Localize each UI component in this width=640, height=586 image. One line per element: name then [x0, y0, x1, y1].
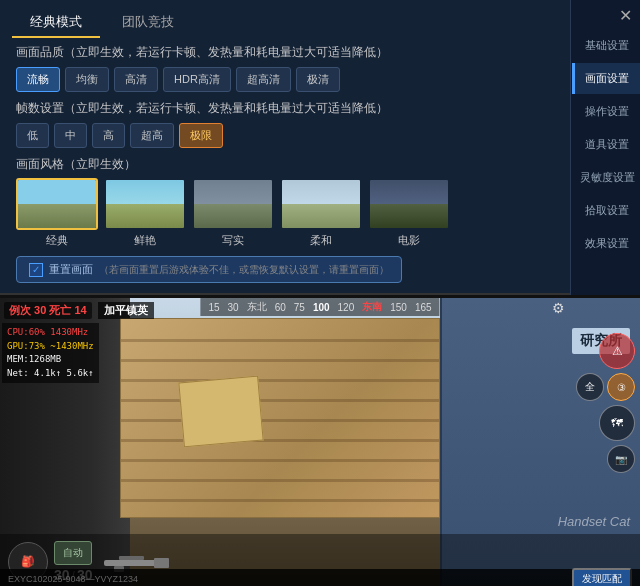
preset-soft-label: 柔和: [310, 233, 332, 248]
sidebar-item-controls[interactable]: 操作设置: [572, 96, 640, 127]
close-icon[interactable]: ✕: [619, 6, 632, 25]
preset-classic-label: 经典: [46, 233, 68, 248]
quality-max[interactable]: 极清: [296, 67, 340, 92]
stat-gpu: GPU:73% ~1430MHz: [7, 340, 94, 354]
style-presets: 经典 鲜艳 写实: [16, 178, 554, 248]
gear-icon[interactable]: ⚙: [552, 300, 565, 316]
compass-15: 15: [208, 302, 219, 313]
reset-checkbox: ✓: [29, 263, 43, 277]
preset-real-label: 写实: [222, 233, 244, 248]
stat-mem: MEM:1268MB: [7, 353, 94, 367]
sidebar-item-graphics[interactable]: 画面设置: [572, 63, 640, 94]
sidebar-item-pickup[interactable]: 拾取设置: [572, 195, 640, 226]
fps-extreme[interactable]: 极限: [179, 123, 223, 148]
reset-button[interactable]: ✓ 重置画面 （若画面重置后游戏体验不佳，或需恢复默认设置，请重置画面）: [16, 256, 402, 283]
auto-btn[interactable]: 自动: [54, 541, 92, 565]
fps-title: 帧数设置（立即生效，若运行卡顿、发热量和耗电量过大可适当降低）: [16, 100, 554, 117]
compass-100: 100: [313, 302, 330, 313]
hud-compass: 15 30 东北 60 75 100 120 东南 150 165: [200, 298, 439, 316]
preset-soft-thumb: [280, 178, 362, 230]
compass-75: 75: [294, 302, 305, 313]
svg-rect-1: [154, 558, 169, 568]
fps-options: 低 中 高 超高 极限: [16, 123, 554, 148]
tab-team[interactable]: 团队竞技: [104, 8, 192, 38]
sidebar-item-effects[interactable]: 效果设置: [572, 228, 640, 259]
quality-fluent[interactable]: 流畅: [16, 67, 60, 92]
hud-camera-btn[interactable]: 📷: [607, 445, 635, 473]
send-match-btn[interactable]: 发现匹配: [572, 568, 632, 586]
svg-rect-2: [119, 556, 144, 560]
hud-map-name: 加平镇英: [98, 302, 154, 319]
reset-label: 重置画面: [49, 262, 93, 277]
reset-note: （若画面重置后游戏体验不佳，或需恢复默认设置，请重置画面）: [99, 263, 389, 277]
hud-score: 例次 30 死亡 14: [4, 302, 92, 319]
settings-panel: 经典模式 团队竞技 ✕ 基础设置 画面设置 操作设置 道具设置 灵敏度设置 拾取…: [0, 0, 640, 295]
preset-fresh[interactable]: 鲜艳: [104, 178, 186, 248]
bottom-bar-right: 发现匹配: [572, 568, 632, 586]
preset-classic[interactable]: 经典: [16, 178, 98, 248]
watermark: Handset Cat: [558, 514, 630, 529]
bottom-bar: EXYC102025-9048—YVYZ1234 发现匹配: [0, 569, 640, 586]
fps-low[interactable]: 低: [16, 123, 49, 148]
preset-cinema-label: 电影: [398, 233, 420, 248]
style-title: 画面风格（立即生效）: [16, 156, 554, 173]
right-hud: ⚠ 全 ③ 🗺 📷: [576, 333, 635, 473]
tab-classic[interactable]: 经典模式: [12, 8, 100, 38]
sidebar-item-basic[interactable]: 基础设置: [572, 30, 640, 61]
stat-cpu: CPU:60% 1430MHz: [7, 326, 94, 340]
compass-southeast: 东南: [362, 300, 382, 314]
mode-tabs: 经典模式 团队竞技: [0, 0, 640, 38]
preset-cinema[interactable]: 电影: [368, 178, 450, 248]
quality-section: 画面品质（立即生效，若运行卡顿、发热量和耗电量过大可适当降低） 流畅 均衡 高清…: [16, 44, 554, 92]
preset-soft[interactable]: 柔和: [280, 178, 362, 248]
quality-hdr[interactable]: HDR高清: [163, 67, 231, 92]
preset-real-thumb: [192, 178, 274, 230]
stat-net: Net: 4.1k↑ 5.6k↑: [7, 367, 94, 381]
stats-panel: CPU:60% 1430MHz GPU:73% ~1430MHz MEM:126…: [2, 323, 99, 383]
preset-fresh-label: 鲜艳: [134, 233, 156, 248]
preset-fresh-thumb: [104, 178, 186, 230]
preset-classic-thumb: [16, 178, 98, 230]
compass-30: 30: [228, 302, 239, 313]
quality-ultra[interactable]: 超高清: [236, 67, 291, 92]
sidebar-item-props[interactable]: 道具设置: [572, 129, 640, 160]
quality-hd[interactable]: 高清: [114, 67, 158, 92]
fps-ultra[interactable]: 超高: [130, 123, 174, 148]
game-panel: 研究所 例次 30 死亡 14 加平镇英 15 30 东北 60 75 100 …: [0, 298, 640, 586]
hud-map-btn[interactable]: 🗺: [599, 405, 635, 441]
settings-sidebar: ✕ 基础设置 画面设置 操作设置 道具设置 灵敏度设置 拾取设置 效果设置: [570, 0, 640, 295]
sidebar-item-sensitivity[interactable]: 灵敏度设置: [572, 162, 640, 193]
settings-main: 画面品质（立即生效，若运行卡顿、发热量和耗电量过大可适当降低） 流畅 均衡 高清…: [0, 38, 570, 289]
bottom-bar-version: EXYC102025-9048—YVYZ1234: [8, 574, 138, 584]
wooden-wall: [120, 318, 440, 518]
quality-title: 画面品质（立即生效，若运行卡顿、发热量和耗电量过大可适当降低）: [16, 44, 554, 61]
compass-120: 120: [338, 302, 355, 313]
compass-60: 60: [275, 302, 286, 313]
svg-rect-0: [104, 560, 159, 566]
hud-alert-btn[interactable]: ⚠: [599, 333, 635, 369]
hud-btn-2[interactable]: ③: [607, 373, 635, 401]
quality-balanced[interactable]: 均衡: [65, 67, 109, 92]
preset-cinema-thumb: [368, 178, 450, 230]
fps-high[interactable]: 高: [92, 123, 125, 148]
preset-real[interactable]: 写实: [192, 178, 274, 248]
compass-150: 150: [390, 302, 407, 313]
fps-section: 帧数设置（立即生效，若运行卡顿、发热量和耗电量过大可适当降低） 低 中 高 超高…: [16, 100, 554, 148]
fps-mid[interactable]: 中: [54, 123, 87, 148]
compass-northeast: 东北: [247, 300, 267, 314]
wall-notice: [178, 376, 263, 448]
compass-165: 165: [415, 302, 432, 313]
compass-bar: 15 30 东北 60 75 100 120 东南 150 165: [200, 298, 439, 316]
quality-options: 流畅 均衡 高清 HDR高清 超高清 极清: [16, 67, 554, 92]
style-section: 画面风格（立即生效） 经典 鲜艳: [16, 156, 554, 249]
hud-btn-1[interactable]: 全: [576, 373, 604, 401]
